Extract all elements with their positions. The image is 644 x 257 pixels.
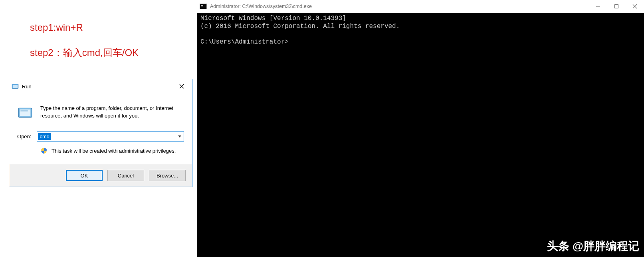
cmd-title-text: Administrator: C:\Windows\system32\cmd.e… [210,4,312,9]
run-big-icon [17,105,33,121]
run-title-text: Run [22,84,174,90]
svg-rect-3 [20,110,31,116]
svg-rect-1 [13,85,18,88]
watermark-prefix: 头条 [547,239,569,254]
cmd-titlebar[interactable]: Administrator: C:\Windows\system32\cmd.e… [197,0,644,13]
minimize-button[interactable] [589,0,607,12]
cmd-icon [200,4,207,9]
cmd-window: Administrator: C:\Windows\system32\cmd.e… [197,0,644,257]
svg-rect-6 [615,5,618,8]
cmd-line2: (c) 2016 Microsoft Corporation. All righ… [200,23,400,30]
cancel-button[interactable]: Cancel [107,170,144,181]
watermark-handle: @胖胖编程记 [573,239,639,254]
button-row: OK Cancel Browse... [9,164,192,187]
open-value: cmd [38,133,51,140]
shield-icon [40,147,48,154]
ok-button[interactable]: OK [66,170,103,181]
svg-rect-4 [20,110,28,112]
run-titlebar[interactable]: Run [9,79,192,94]
admin-note: This task will be created with administr… [52,148,176,154]
run-dialog: Run Type the name of a program, folder, … [9,79,192,187]
maximize-button[interactable] [607,0,626,12]
dropdown-arrow-icon[interactable] [178,135,181,137]
close-button[interactable] [174,81,190,92]
open-label: Open: [17,133,31,139]
watermark: 头条 @胖胖编程记 [547,239,639,254]
step1-text: step1:win+R [30,22,83,33]
step2-text: step2：输入cmd,回车/OK [30,46,139,59]
close-cmd-button[interactable] [626,0,644,12]
cmd-line1: Microsoft Windows [Version 10.0.14393] [200,15,346,22]
cmd-prompt: C:\Users\Administrator> [200,38,289,46]
open-combobox[interactable]: cmd [37,131,184,141]
run-instruction: Type the name of a program, folder, docu… [40,105,184,121]
run-icon [12,83,19,90]
cmd-body[interactable]: Microsoft Windows [Version 10.0.14393] (… [197,13,644,257]
browse-button[interactable]: Browse... [149,170,186,181]
